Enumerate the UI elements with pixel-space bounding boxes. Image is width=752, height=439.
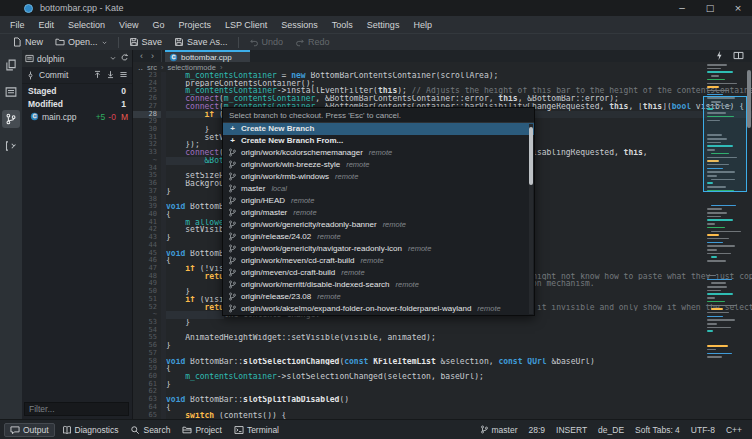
dock-documents-button[interactable] bbox=[2, 56, 20, 74]
branch-item[interactable]: origin/work/genericity/navigator-readonl… bbox=[223, 242, 534, 254]
popup-scrollbar-thumb[interactable] bbox=[529, 127, 533, 185]
filter-input[interactable]: Filter... bbox=[24, 402, 129, 416]
quick-open-icon[interactable] bbox=[714, 50, 725, 61]
branch-item[interactable]: origin/HEADremote bbox=[223, 195, 534, 207]
undo-button[interactable]: Undo bbox=[243, 35, 290, 50]
dock-tool-view-button[interactable] bbox=[2, 137, 20, 155]
tab-bottombar[interactable]: C bottombar.cpp bbox=[165, 50, 250, 62]
pull-icon[interactable] bbox=[106, 70, 115, 81]
branch-item[interactable]: origin/release/23.08remote bbox=[223, 290, 534, 302]
refresh-icon[interactable] bbox=[120, 53, 129, 62]
menu-selection[interactable]: Selection bbox=[61, 16, 112, 33]
breadcrumb[interactable]: ‥ src › selectionmode › bbox=[133, 62, 752, 72]
branch-item[interactable]: origin/masterremote bbox=[223, 207, 534, 219]
save-as-button[interactable]: Save As... bbox=[168, 35, 234, 50]
minimap-viewport[interactable] bbox=[703, 96, 747, 192]
code-line[interactable]: 23 m_contentsContainer = new BottomBarCo… bbox=[133, 72, 752, 80]
menu-help[interactable]: Help bbox=[406, 16, 439, 33]
toolview-search-button[interactable]: Search bbox=[125, 424, 175, 436]
pull-icon[interactable] bbox=[106, 70, 115, 79]
menu-lsp-client[interactable]: LSP Client bbox=[218, 16, 274, 33]
menu-file[interactable]: File bbox=[3, 16, 32, 33]
branch-item[interactable]: origin/work/rmb-windowsremote bbox=[223, 171, 534, 183]
menu-icon[interactable] bbox=[119, 70, 128, 79]
branch-item[interactable]: origin/work/meven/cd-craft-buildremote bbox=[223, 254, 534, 266]
dictionary[interactable]: de_DE bbox=[598, 425, 624, 435]
branch-item[interactable]: +Create New Branch From... bbox=[223, 135, 534, 147]
branch-status[interactable]: master bbox=[480, 425, 518, 435]
syntax-mode[interactable]: C++ bbox=[726, 425, 742, 435]
code-line[interactable]: 64{ bbox=[133, 404, 752, 412]
push-icon[interactable] bbox=[93, 70, 102, 79]
menu-view[interactable]: View bbox=[112, 16, 145, 33]
menu-go[interactable]: Go bbox=[145, 16, 171, 33]
breadcrumb-src[interactable]: src bbox=[147, 63, 157, 72]
toolview-output-button[interactable]: Output bbox=[4, 423, 55, 437]
new-button[interactable]: New bbox=[6, 35, 49, 50]
dock-file-list-button[interactable] bbox=[2, 83, 20, 101]
branch-search-input[interactable]: Select branch to checkout. Press 'Esc' t… bbox=[223, 108, 534, 123]
menu-icon[interactable] bbox=[119, 70, 128, 81]
minimize-button[interactable]: − bbox=[668, 0, 696, 16]
open-button[interactable]: Open... bbox=[49, 35, 114, 50]
menu-projects[interactable]: Projects bbox=[171, 16, 218, 33]
branch-item[interactable]: origin/meven/cd-craft-buildremote bbox=[223, 266, 534, 278]
maximize-button[interactable]: □ bbox=[696, 0, 724, 16]
project-selector[interactable]: dolphin bbox=[22, 50, 132, 67]
encoding[interactable]: UTF-8 bbox=[691, 425, 715, 435]
code-line[interactable]: 65 switch (contents()) { bbox=[133, 412, 752, 419]
branch-item[interactable]: origin/work/… bbox=[223, 314, 534, 316]
modified-file-row[interactable]: C main.cpp +5 -0 M bbox=[22, 110, 132, 123]
code-line[interactable]: 57 bbox=[133, 350, 752, 358]
branch-item[interactable]: origin/work/merritt/disable-indexed-sear… bbox=[223, 278, 534, 290]
code-line[interactable]: 53 } bbox=[133, 319, 752, 327]
save-button[interactable]: Save bbox=[123, 35, 169, 50]
refresh-icon[interactable] bbox=[120, 53, 129, 64]
commit-button[interactable]: Commit bbox=[39, 70, 68, 80]
minimap-line bbox=[711, 231, 741, 233]
code-line[interactable]: 62 bbox=[133, 388, 752, 396]
modified-row[interactable]: Modified 1 bbox=[22, 97, 132, 110]
menu-settings[interactable]: Settings bbox=[360, 16, 407, 33]
toolview-project-button[interactable]: Project bbox=[177, 424, 226, 436]
cursor-position[interactable]: 28:9 bbox=[529, 425, 546, 435]
code-line[interactable]: 54 bbox=[133, 327, 752, 335]
menu-sessions[interactable]: Sessions bbox=[274, 16, 325, 33]
branch-item[interactable]: origin/work/win-breeze-styleremote bbox=[223, 159, 534, 171]
input-mode[interactable]: INSERT bbox=[556, 425, 587, 435]
code-line[interactable]: 59{ bbox=[133, 365, 752, 373]
chevron-down-icon[interactable] bbox=[101, 39, 108, 46]
menu-edit[interactable]: Edit bbox=[32, 16, 62, 33]
code-line[interactable]: 58void BottomBar::slotSelectionChanged(c… bbox=[133, 358, 752, 366]
branch-item[interactable]: origin/release/24.02remote bbox=[223, 230, 534, 242]
code-line[interactable]: 55 AnimatedHeightWidget::setVisible(visi… bbox=[133, 334, 752, 342]
close-button[interactable]: × bbox=[724, 0, 752, 16]
code-line[interactable]: 61} bbox=[133, 381, 752, 389]
chevron-down-icon[interactable] bbox=[109, 54, 117, 62]
code-line[interactable]: 56} bbox=[133, 342, 752, 350]
chevron-down-icon[interactable] bbox=[109, 54, 117, 64]
branch-item[interactable]: origin/work/kcolorschememanagerremote bbox=[223, 147, 534, 159]
breadcrumb-selectionmode[interactable]: selectionmode bbox=[168, 63, 216, 72]
indentation-mode[interactable]: Soft Tabs: 4 bbox=[635, 425, 680, 435]
branch-item[interactable]: masterlocal bbox=[223, 183, 534, 195]
code-line[interactable]: 26 connect(m_contentsContainer, &BottomB… bbox=[133, 95, 752, 103]
code-line[interactable]: 60 m_contentsContainer->slotSelectionCha… bbox=[133, 373, 752, 381]
editor-scrollbar[interactable] bbox=[747, 58, 752, 419]
staged-row[interactable]: Staged 0 bbox=[22, 84, 132, 97]
code-line[interactable]: 63void BottomBar::slotSplitTabDisabled() bbox=[133, 396, 752, 404]
split-view-icon[interactable] bbox=[733, 50, 744, 61]
branch-item[interactable]: origin/work/akselmo/expand-folder-on-hov… bbox=[223, 302, 534, 314]
dock-git-button[interactable] bbox=[2, 110, 20, 128]
code-line[interactable]: 25 m_contentsContainer->installEventFilt… bbox=[133, 87, 752, 95]
forward-button[interactable]: › bbox=[151, 51, 154, 61]
redo-button[interactable]: Redo bbox=[289, 35, 336, 50]
toolview-diagnostics-button[interactable]: Diagnostics bbox=[57, 424, 124, 436]
branch-item[interactable]: origin/work/genericity/readonly-bannerre… bbox=[223, 219, 534, 231]
toolview-terminal-button[interactable]: Terminal bbox=[229, 424, 284, 436]
menu-tools[interactable]: Tools bbox=[325, 16, 360, 33]
code-line[interactable]: 24 prepareContentsContainer(); bbox=[133, 80, 752, 88]
push-icon[interactable] bbox=[93, 70, 102, 81]
branch-item[interactable]: +Create New Branch bbox=[223, 123, 534, 135]
back-button[interactable]: ‹ bbox=[140, 51, 143, 61]
